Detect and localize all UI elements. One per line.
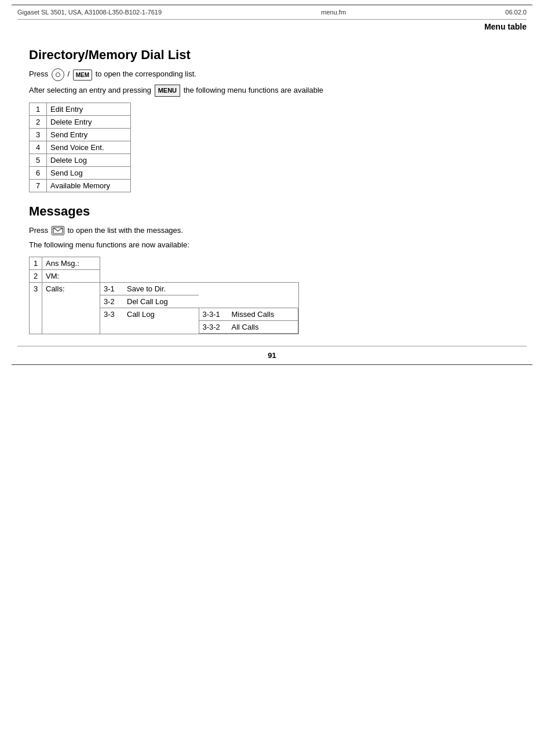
sub-sub-table-calllog: 3-3-1 Missed Calls 3-3-2 All Calls <box>199 308 298 333</box>
dir-label: Available Memory <box>47 179 131 192</box>
intro1-slash: / <box>67 70 70 78</box>
subsub-num-3-3-2: 3-3-2 <box>199 320 228 333</box>
page-title: Menu table <box>0 20 544 36</box>
intro2-suffix: the following menu functions are availab… <box>184 86 323 94</box>
sub-num-3-3: 3-3 <box>100 308 123 333</box>
page-header: Gigaset SL 3501, USA, A31008-L350-B102-1… <box>0 5 544 19</box>
table-row: 7 Available Memory <box>30 179 131 192</box>
table-row: 3 Calls: 3-1 Save to Dir. <box>30 282 299 334</box>
page-number: 91 <box>268 351 276 360</box>
dir-label: Delete Log <box>47 154 131 166</box>
table-row: 3-3-1 Missed Calls <box>199 308 298 321</box>
dir-num: 4 <box>30 141 47 154</box>
page-container: Gigaset SL 3501, USA, A31008-L350-B102-1… <box>0 5 544 756</box>
sub-label-3-1: Save to Dir. <box>123 283 199 295</box>
msg-num-2: 2 <box>30 269 42 282</box>
msg-label-3: Calls: <box>42 282 100 334</box>
header-right: 06.02.0 <box>505 9 527 16</box>
directory-intro2: After selecting an entry and pressing ME… <box>29 85 515 97</box>
messages-menu-table: 1 Ans Msg.: 2 VM: 3 Calls: <box>29 257 299 334</box>
dir-label: Edit Entry <box>47 103 131 115</box>
directory-menu-table: 1 Edit Entry 2 Delete Entry 3 Send Entry… <box>29 103 131 192</box>
messages-intro1: Press to open the list with the messages… <box>29 225 515 236</box>
directory-section: Directory/Memory Dial List Press / MEM t… <box>29 48 515 192</box>
msg-label-2: VM: <box>42 269 100 282</box>
subsub-label-3-3-2: All Calls <box>228 320 298 333</box>
msg-sub-3: 3-1 Save to Dir. 3-2 Del Call Log <box>100 282 299 334</box>
table-row: 3-3-2 All Calls <box>199 320 298 333</box>
sub-label-3-2: Del Call Log <box>123 295 199 308</box>
dir-num: 5 <box>30 154 47 166</box>
sub-num-3-1: 3-1 <box>100 283 123 295</box>
messages-intro2: The following menu functions are now ava… <box>29 239 515 251</box>
intro1-press-text: Press <box>29 70 48 78</box>
nav-icon-inner <box>56 72 60 77</box>
bottom-border <box>12 364 532 365</box>
table-row: 3-1 Save to Dir. <box>100 283 298 295</box>
mem-icon: MEM <box>73 70 92 81</box>
table-row: 2 Delete Entry <box>30 115 131 128</box>
subsub-num-3-3-1: 3-3-1 <box>199 308 228 321</box>
envelope-icon <box>52 226 64 235</box>
directory-intro1: Press / MEM to open the corresponding li… <box>29 68 515 81</box>
table-row: 3 Send Entry <box>30 128 131 141</box>
dir-label: Send Voice Ent. <box>47 141 131 154</box>
dir-num: 3 <box>30 128 47 141</box>
dir-label: Delete Entry <box>47 115 131 128</box>
sub-table-calls: 3-1 Save to Dir. 3-2 Del Call Log <box>100 283 298 334</box>
table-row: 3-3 Call Log 3-3-1 Missed Ca <box>100 308 298 333</box>
dir-num: 1 <box>30 103 47 115</box>
intro2-prefix: After selecting an entry and pressing <box>29 86 151 94</box>
msg-intro1-prefix: Press <box>29 226 48 235</box>
page-footer: 91 <box>0 346 544 364</box>
msg-num-3: 3 <box>30 282 42 334</box>
messages-section: Messages Press to open the list with the… <box>29 204 515 334</box>
table-row: 1 Ans Msg.: <box>30 257 299 269</box>
dir-num: 2 <box>30 115 47 128</box>
nav-icon <box>52 68 64 81</box>
table-row: 6 Send Log <box>30 166 131 179</box>
table-row: 2 VM: <box>30 269 299 282</box>
subsub-label-3-3-1: Missed Calls <box>228 308 298 321</box>
msg-intro1-suffix: to open the list with the messages. <box>67 226 182 235</box>
sub-sub-3-3: 3-3-1 Missed Calls 3-3-2 All Calls <box>199 308 298 333</box>
sub-num-3-2: 3-2 <box>100 295 123 308</box>
table-row: 5 Delete Log <box>30 154 131 166</box>
msg-num-1: 1 <box>30 257 42 269</box>
messages-heading: Messages <box>29 204 515 219</box>
msg-label-1: Ans Msg.: <box>42 257 100 269</box>
table-row: 1 Edit Entry <box>30 103 131 115</box>
dir-label: Send Entry <box>47 128 131 141</box>
directory-heading: Directory/Memory Dial List <box>29 48 515 63</box>
dir-num: 7 <box>30 179 47 192</box>
main-content: Directory/Memory Dial List Press / MEM t… <box>0 36 544 346</box>
table-row: 3-2 Del Call Log <box>100 295 298 308</box>
menu-box-icon: MENU <box>155 85 180 97</box>
header-center: menu.fm <box>321 9 346 16</box>
table-row: 4 Send Voice Ent. <box>30 141 131 154</box>
header-left: Gigaset SL 3501, USA, A31008-L350-B102-1… <box>17 9 162 16</box>
dir-num: 6 <box>30 166 47 179</box>
dir-label: Send Log <box>47 166 131 179</box>
sub-label-3-3: Call Log <box>123 308 199 333</box>
intro1-suffix: to open the corresponding list. <box>96 70 196 78</box>
